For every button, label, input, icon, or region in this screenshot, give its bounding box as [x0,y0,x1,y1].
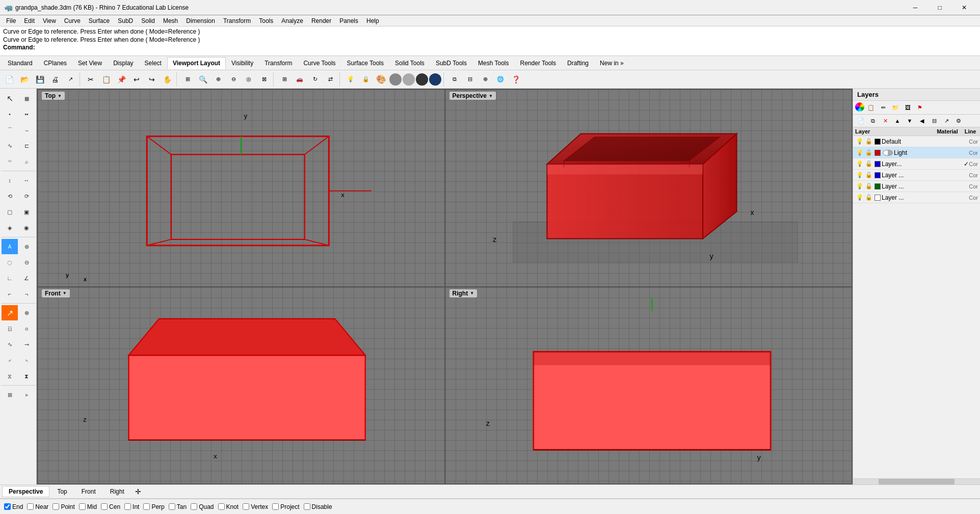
layer-1-bulb[interactable]: 💡 [856,160,863,167]
grid-toggle[interactable]: ⊞ [277,72,292,87]
vp-top-arrow[interactable]: ▼ [58,94,62,98]
osnap-cen-check[interactable] [101,503,108,510]
layer-1-lock[interactable]: 🔓 [865,160,872,167]
curve-tool6[interactable]: ⌕ [18,154,35,169]
vp-tab-front[interactable]: Front [75,486,102,497]
menu-item-curve[interactable]: Curve [60,16,85,25]
layer-default-light[interactable]: 💡 [856,138,863,145]
import-button[interactable]: ↗ [63,72,77,87]
layers-up[interactable]: ▲ [892,116,903,126]
zoom-all[interactable]: ⊠ [257,72,271,87]
misc-tool1[interactable]: ⌼ [2,321,18,336]
color-wheel[interactable]: 🎨 [374,72,388,87]
close-button[interactable]: ✕ [952,0,976,15]
vp-tab-right[interactable]: Right [103,486,131,497]
toolbar-tab-standard[interactable]: Standard [2,57,38,69]
osnap-int-check[interactable] [124,503,131,510]
viewport-right[interactable]: Right ▼ z y [445,287,852,484]
vp-tab-add[interactable]: ✛ [132,486,144,497]
car-button[interactable]: 🚗 [293,72,307,87]
layers-scroll[interactable]: 💡 🔓 Default Cor 💡 🔓 Light Cor 💡 🔓 [853,136,980,478]
help-button[interactable]: ❓ [509,72,523,87]
toolbar-tab-new-in-»[interactable]: New in » [594,57,629,69]
zoom-out[interactable]: ⊖ [226,72,241,87]
layer-light-bulb[interactable]: 💡 [856,149,863,156]
material1[interactable] [389,73,402,86]
layer-default-lock[interactable]: 🔓 [865,138,872,145]
osnap-knot-check[interactable] [218,503,225,510]
transform-tool3[interactable]: ⟲ [2,188,18,204]
vp-tab-top[interactable]: Top [50,486,73,497]
point-sub[interactable]: •• [18,106,35,122]
draw-tool3[interactable]: ⌐ [2,286,18,302]
misc-tool2[interactable]: ⌾ [18,321,35,336]
toolbar-tab-cplanes[interactable]: CPlanes [38,57,72,69]
curve-tool5[interactable]: ⌔ [2,154,18,169]
open-button[interactable]: 📂 [17,72,32,87]
grid-tool1[interactable]: ⊞ [2,387,18,402]
menu-item-render[interactable]: Render [307,16,335,25]
vp-right-arrow[interactable]: ▼ [470,291,474,295]
toolbar-tab-mesh-tools[interactable]: Mesh Tools [472,57,514,69]
vp-right-label[interactable]: Right ▼ [449,289,478,297]
osnap-vertex-check[interactable] [243,503,249,510]
solid-tool1[interactable]: ▢ [2,204,18,220]
light-button[interactable]: 💡 [343,72,358,87]
layers-color-wheel[interactable] [855,102,864,112]
menu-item-subd[interactable]: SubD [114,16,137,25]
layer-light-toggle[interactable] [883,150,893,156]
curve-tool2[interactable]: ⌣ [18,122,35,138]
menu-item-surface[interactable]: Surface [85,16,114,25]
layers-settings[interactable]: ⚙ [953,116,964,126]
analysis-tool4[interactable]: ⊝ [18,255,35,270]
layer-row-light[interactable]: 💡 🔓 Light Cor [853,147,980,158]
viewport-top[interactable]: Top ▼ x y y x [38,90,444,286]
analysis-tool3[interactable]: ◌ [2,255,18,270]
layers-export[interactable]: ↗ [941,116,952,126]
command-input[interactable] [35,44,977,51]
layer-light-lock[interactable]: 🔓 [865,149,872,156]
select-tool[interactable]: ↖ [2,91,18,106]
misc-tool6[interactable]: ⍀ [18,353,35,368]
layer-2-bulb[interactable]: 💡 [856,172,863,178]
vp-front-arrow[interactable]: ▼ [63,291,67,295]
layer-3-color[interactable] [875,183,881,190]
lock-button[interactable]: 🔒 [359,72,373,87]
layer-4-color[interactable] [875,195,881,201]
menu-item-dimension[interactable]: Dimension [182,16,219,25]
draw-tool4[interactable]: ¬ [18,286,35,302]
misc-tool7[interactable]: ⧖ [2,368,18,384]
viewport-perspective[interactable]: Perspective ▼ [445,90,852,286]
layers-flag[interactable]: ⚑ [914,102,925,113]
layer-2-color[interactable] [875,172,881,178]
menu-item-mesh[interactable]: Mesh [159,16,182,25]
draw-tool2[interactable]: ∠ [18,270,35,286]
misc-tool5[interactable]: ⌿ [2,353,18,368]
osnap-disable-check[interactable] [304,503,310,510]
menu-item-view[interactable]: View [39,16,60,25]
vp-top-label[interactable]: Top ▼ [42,92,65,100]
layers-filter[interactable]: ⊟ [929,116,940,126]
toolbar-tab-visibility[interactable]: Visibility [226,57,259,69]
zoom-extents[interactable]: ⊞ [180,72,195,87]
command-input-row[interactable]: Command: [3,44,977,51]
zoom-in[interactable]: ⊕ [211,72,225,87]
draw-tool1[interactable]: ∟ [2,270,18,286]
osnap-mid-check[interactable] [79,503,86,510]
layers-copy[interactable]: 📋 [865,102,877,113]
layer-default-color[interactable] [875,139,881,145]
menu-item-solid[interactable]: Solid [137,16,159,25]
orange-tool[interactable]: ↗ [2,305,18,320]
point-tool[interactable]: • [2,106,18,122]
layers-pencil[interactable]: ✏ [878,102,889,113]
copy-button[interactable]: 📋 [99,72,113,87]
toolbar-btn-extra3[interactable]: ⊕ [478,72,492,87]
material3[interactable] [416,73,428,86]
menu-item-analyze[interactable]: Analyze [277,16,307,25]
toolbar-tab-viewport-layout[interactable]: Viewport Layout [167,57,226,69]
transform-tool1[interactable]: ↕ [2,173,18,188]
toolbar-tab-render-tools[interactable]: Render Tools [515,57,562,69]
curve-tool1[interactable]: ⌒ [2,122,18,138]
more-button[interactable]: » [18,387,35,402]
layer-4-lock[interactable]: 🔓 [865,194,872,201]
